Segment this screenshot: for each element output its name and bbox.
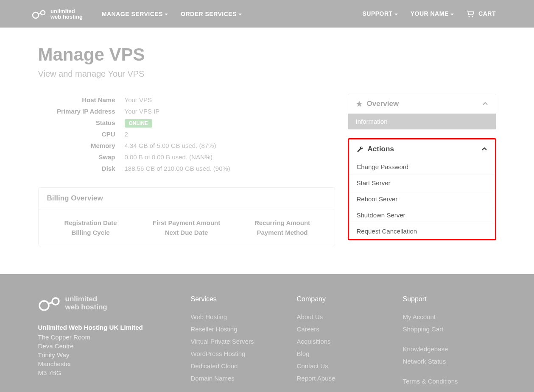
- footer-support-col: Support My Account Shopping Cart Knowled…: [403, 295, 496, 387]
- footer-brand-text: unlimited web hosting: [65, 295, 107, 311]
- nav-right: SUPPORT YOUR NAME CART: [356, 6, 502, 22]
- action-shutdown-server[interactable]: Shutdown Server: [349, 207, 495, 223]
- overview-card: Overview Information: [348, 94, 496, 130]
- page-container: Manage VPS View and manage Your VPS Host…: [32, 28, 503, 274]
- chevron-up-icon: [482, 101, 488, 107]
- footer-link-dedicated-cloud[interactable]: Dedicated Cloud: [191, 360, 284, 372]
- billing-col-1: Registration Date Billing Cycle: [47, 218, 134, 237]
- footer-link-terms[interactable]: Terms & Conditions: [403, 375, 496, 387]
- footer-link-shopping-cart[interactable]: Shopping Cart: [403, 323, 496, 335]
- footer-company-name: Unlimited Web Hosting UK Limited: [38, 324, 178, 331]
- footer-link-blog[interactable]: Blog: [297, 348, 390, 360]
- action-change-password[interactable]: Change Password: [349, 159, 495, 175]
- cart-icon: [467, 11, 474, 17]
- row-swap: Swap0.00 B of 0.00 B used. (NAN%): [39, 152, 334, 162]
- svg-point-1: [41, 11, 45, 15]
- footer-link-wordpress[interactable]: WordPress Hosting: [191, 348, 284, 360]
- nav-support[interactable]: SUPPORT: [356, 6, 404, 21]
- overview-header[interactable]: Overview: [348, 94, 496, 114]
- sidebar: Overview Information Actions: [348, 94, 496, 249]
- nav-cart[interactable]: CART: [460, 6, 502, 22]
- row-disk: Disk188.56 GB of 210.00 GB used. (90%): [39, 163, 334, 174]
- footer-link-acquisitions[interactable]: Acquisitions: [297, 335, 390, 348]
- svg-point-4: [39, 301, 49, 310]
- footer-link-domain-names[interactable]: Domain Names: [191, 372, 284, 384]
- nav-left: MANAGE SERVICES ORDER SERVICES: [95, 6, 356, 22]
- action-start-server[interactable]: Start Server: [349, 175, 495, 191]
- footer-link-careers[interactable]: Careers: [297, 323, 390, 335]
- svg-point-5: [52, 298, 59, 305]
- status-badge: ONLINE: [125, 119, 152, 128]
- svg-point-2: [468, 16, 470, 17]
- footer: unlimited web hosting Unlimited Web Host…: [0, 274, 534, 392]
- row-cpu: CPU2: [39, 129, 334, 139]
- svg-point-0: [33, 12, 39, 18]
- nav-manage-services[interactable]: MANAGE SERVICES: [95, 6, 174, 22]
- actions-header[interactable]: Actions: [349, 139, 495, 159]
- vps-details-table: Host NameYour VPS Primary IP AddressYour…: [38, 94, 335, 175]
- footer-logo[interactable]: unlimited web hosting: [38, 295, 178, 311]
- billing-card: Billing Overview Registration Date Billi…: [38, 187, 335, 246]
- footer-link-report-abuse[interactable]: Report Abuse: [297, 372, 390, 384]
- footer-company-col: Company About Us Careers Acquisitions Bl…: [297, 295, 390, 387]
- caret-icon: [237, 11, 242, 17]
- brand-text: unlimited web hosting: [50, 8, 83, 19]
- logo-icon: [38, 296, 62, 311]
- caret-icon: [393, 10, 398, 17]
- footer-link-vps[interactable]: Virtual Private Servers: [191, 335, 284, 348]
- caret-icon: [163, 11, 168, 17]
- footer-address-col: unlimited web hosting Unlimited Web Host…: [38, 295, 178, 387]
- row-host-name: Host NameYour VPS: [39, 95, 334, 105]
- overview-information[interactable]: Information: [348, 114, 496, 129]
- star-icon: [356, 100, 363, 107]
- main-content: Host NameYour VPS Primary IP AddressYour…: [38, 94, 335, 249]
- page-title: Manage VPS: [38, 44, 496, 65]
- chevron-up-icon: [481, 146, 487, 152]
- footer-services-col: Services Web Hosting Reseller Hosting Vi…: [191, 295, 284, 387]
- action-reboot-server[interactable]: Reboot Server: [349, 191, 495, 207]
- row-memory: Memory4.34 GB of 5.00 GB used. (87%): [39, 140, 334, 151]
- row-primary-ip: Primary IP AddressYour VPS IP: [39, 106, 334, 117]
- logo-icon: [32, 9, 47, 19]
- navbar: unlimited web hosting MANAGE SERVICES OR…: [0, 0, 534, 28]
- wrench-icon: [357, 146, 363, 153]
- footer-link-contact-us[interactable]: Contact Us: [297, 360, 390, 372]
- billing-body: Registration Date Billing Cycle First Pa…: [39, 209, 335, 246]
- footer-link-network-status[interactable]: Network Status: [403, 355, 496, 367]
- action-request-cancellation[interactable]: Request Cancellation: [349, 223, 495, 239]
- footer-link-reseller-hosting[interactable]: Reseller Hosting: [191, 323, 284, 335]
- billing-col-2: First Payment Amount Next Due Date: [143, 218, 230, 237]
- footer-link-about-us[interactable]: About Us: [297, 311, 390, 323]
- actions-card: Actions Change Password Start Server Reb…: [348, 138, 496, 240]
- billing-header: Billing Overview: [39, 188, 335, 209]
- billing-col-3: Recurring Amount Payment Method: [239, 218, 326, 237]
- nav-order-services[interactable]: ORDER SERVICES: [174, 6, 248, 22]
- footer-link-knowledgebase[interactable]: Knowledgebase: [403, 343, 496, 355]
- footer-link-my-account[interactable]: My Account: [403, 311, 496, 323]
- row-status: StatusONLINE: [39, 117, 334, 128]
- footer-link-web-hosting[interactable]: Web Hosting: [191, 311, 284, 323]
- nav-your-name[interactable]: YOUR NAME: [404, 6, 460, 21]
- svg-point-3: [472, 16, 473, 17]
- page-subtitle: View and manage Your VPS: [38, 69, 496, 79]
- caret-icon: [449, 10, 454, 17]
- brand-logo[interactable]: unlimited web hosting: [32, 8, 83, 19]
- actions-list: Change Password Start Server Reboot Serv…: [349, 159, 495, 239]
